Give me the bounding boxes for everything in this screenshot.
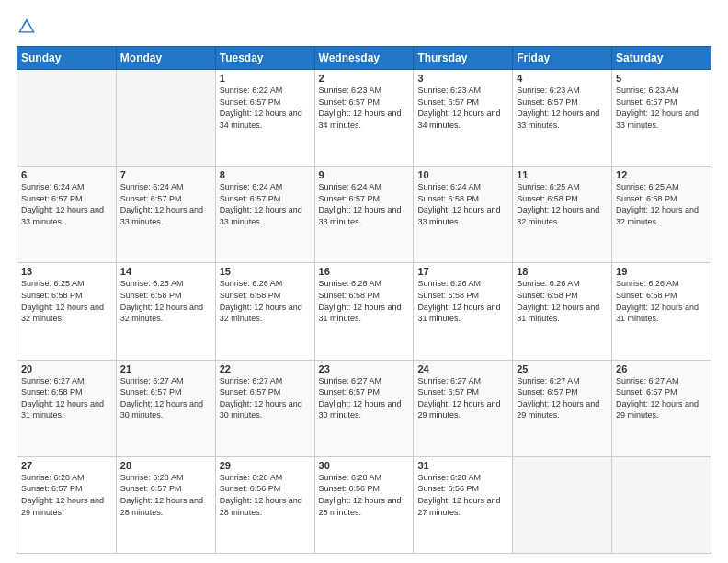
day-number: 26 (616, 363, 707, 374)
day-number: 20 (21, 363, 112, 374)
day-of-week-header: Sunday (17, 47, 117, 70)
calendar-cell: 6 Sunrise: 6:24 AMSunset: 6:57 PMDayligh… (17, 167, 117, 263)
day-detail: Sunrise: 6:27 AMSunset: 6:57 PMDaylight:… (517, 376, 599, 420)
day-detail: Sunrise: 6:25 AMSunset: 6:58 PMDaylight:… (517, 182, 599, 226)
day-number: 4 (517, 73, 608, 84)
calendar-cell (513, 456, 612, 553)
calendar-header-row: SundayMondayTuesdayWednesdayThursdayFrid… (17, 47, 711, 70)
calendar-week-row: 6 Sunrise: 6:24 AMSunset: 6:57 PMDayligh… (17, 167, 711, 263)
day-detail: Sunrise: 6:25 AMSunset: 6:58 PMDaylight:… (616, 182, 699, 226)
calendar-cell: 31 Sunrise: 6:28 AMSunset: 6:56 PMDaylig… (414, 456, 513, 553)
day-of-week-header: Wednesday (314, 47, 414, 70)
calendar-cell: 5 Sunrise: 6:23 AMSunset: 6:57 PMDayligh… (612, 70, 711, 167)
day-detail: Sunrise: 6:27 AMSunset: 6:57 PMDaylight:… (220, 376, 302, 420)
day-detail: Sunrise: 6:27 AMSunset: 6:57 PMDaylight:… (319, 376, 402, 420)
day-number: 24 (417, 363, 508, 374)
day-number: 11 (517, 169, 608, 180)
calendar-cell: 8 Sunrise: 6:24 AMSunset: 6:57 PMDayligh… (215, 167, 314, 263)
calendar-cell: 22 Sunrise: 6:27 AMSunset: 6:57 PMDaylig… (215, 360, 314, 456)
day-detail: Sunrise: 6:24 AMSunset: 6:57 PMDaylight:… (220, 182, 302, 226)
calendar-cell: 26 Sunrise: 6:27 AMSunset: 6:57 PMDaylig… (612, 360, 711, 456)
day-detail: Sunrise: 6:28 AMSunset: 6:56 PMDaylight:… (319, 473, 402, 517)
day-of-week-header: Monday (116, 47, 215, 70)
day-number: 23 (319, 363, 410, 374)
calendar-cell: 18 Sunrise: 6:26 AMSunset: 6:58 PMDaylig… (513, 263, 612, 360)
day-number: 29 (220, 460, 311, 471)
calendar-week-row: 20 Sunrise: 6:27 AMSunset: 6:58 PMDaylig… (17, 360, 711, 456)
day-number: 21 (120, 363, 211, 374)
day-number: 5 (616, 73, 707, 84)
calendar-cell: 30 Sunrise: 6:28 AMSunset: 6:56 PMDaylig… (314, 456, 414, 553)
calendar-cell: 28 Sunrise: 6:28 AMSunset: 6:57 PMDaylig… (116, 456, 215, 553)
day-number: 19 (616, 266, 707, 277)
calendar-cell: 24 Sunrise: 6:27 AMSunset: 6:57 PMDaylig… (414, 360, 513, 456)
calendar-week-row: 13 Sunrise: 6:25 AMSunset: 6:58 PMDaylig… (17, 263, 711, 360)
calendar-week-row: 1 Sunrise: 6:22 AMSunset: 6:57 PMDayligh… (17, 70, 711, 167)
header (17, 17, 711, 37)
day-number: 12 (616, 169, 707, 180)
day-detail: Sunrise: 6:23 AMSunset: 6:57 PMDaylight:… (616, 86, 699, 130)
day-detail: Sunrise: 6:28 AMSunset: 6:56 PMDaylight:… (417, 473, 500, 517)
day-detail: Sunrise: 6:23 AMSunset: 6:57 PMDaylight:… (417, 86, 500, 130)
day-number: 25 (517, 363, 608, 374)
logo-icon (17, 17, 37, 37)
day-number: 14 (120, 266, 211, 277)
day-number: 13 (21, 266, 112, 277)
calendar-cell: 20 Sunrise: 6:27 AMSunset: 6:58 PMDaylig… (17, 360, 117, 456)
calendar-cell (612, 456, 711, 553)
calendar-cell: 3 Sunrise: 6:23 AMSunset: 6:57 PMDayligh… (414, 70, 513, 167)
calendar-cell: 1 Sunrise: 6:22 AMSunset: 6:57 PMDayligh… (215, 70, 314, 167)
calendar-cell: 12 Sunrise: 6:25 AMSunset: 6:58 PMDaylig… (612, 167, 711, 263)
day-number: 28 (120, 460, 211, 471)
day-number: 3 (417, 73, 508, 84)
calendar-cell: 21 Sunrise: 6:27 AMSunset: 6:57 PMDaylig… (116, 360, 215, 456)
calendar-cell: 11 Sunrise: 6:25 AMSunset: 6:58 PMDaylig… (513, 167, 612, 263)
day-detail: Sunrise: 6:23 AMSunset: 6:57 PMDaylight:… (319, 86, 402, 130)
day-of-week-header: Tuesday (215, 47, 314, 70)
calendar-cell: 16 Sunrise: 6:26 AMSunset: 6:58 PMDaylig… (314, 263, 414, 360)
day-detail: Sunrise: 6:26 AMSunset: 6:58 PMDaylight:… (417, 279, 500, 323)
day-number: 22 (220, 363, 311, 374)
page: SundayMondayTuesdayWednesdayThursdayFrid… (0, 0, 728, 563)
day-detail: Sunrise: 6:26 AMSunset: 6:58 PMDaylight:… (517, 279, 599, 323)
day-detail: Sunrise: 6:23 AMSunset: 6:57 PMDaylight:… (517, 86, 599, 130)
day-number: 17 (417, 266, 508, 277)
day-detail: Sunrise: 6:27 AMSunset: 6:58 PMDaylight:… (21, 376, 104, 420)
day-detail: Sunrise: 6:27 AMSunset: 6:57 PMDaylight:… (417, 376, 500, 420)
day-detail: Sunrise: 6:27 AMSunset: 6:57 PMDaylight:… (616, 376, 699, 420)
day-of-week-header: Friday (513, 47, 612, 70)
day-detail: Sunrise: 6:27 AMSunset: 6:57 PMDaylight:… (120, 376, 203, 420)
day-detail: Sunrise: 6:25 AMSunset: 6:58 PMDaylight:… (120, 279, 203, 323)
day-number: 15 (220, 266, 311, 277)
day-detail: Sunrise: 6:24 AMSunset: 6:57 PMDaylight:… (21, 182, 104, 226)
calendar-cell: 10 Sunrise: 6:24 AMSunset: 6:58 PMDaylig… (414, 167, 513, 263)
calendar-cell: 19 Sunrise: 6:26 AMSunset: 6:58 PMDaylig… (612, 263, 711, 360)
day-number: 27 (21, 460, 112, 471)
day-number: 30 (319, 460, 410, 471)
calendar-week-row: 27 Sunrise: 6:28 AMSunset: 6:57 PMDaylig… (17, 456, 711, 553)
day-detail: Sunrise: 6:24 AMSunset: 6:57 PMDaylight:… (120, 182, 203, 226)
day-detail: Sunrise: 6:28 AMSunset: 6:57 PMDaylight:… (120, 473, 203, 517)
calendar-cell: 4 Sunrise: 6:23 AMSunset: 6:57 PMDayligh… (513, 70, 612, 167)
day-number: 8 (220, 169, 311, 180)
calendar-cell: 17 Sunrise: 6:26 AMSunset: 6:58 PMDaylig… (414, 263, 513, 360)
day-detail: Sunrise: 6:26 AMSunset: 6:58 PMDaylight:… (220, 279, 302, 323)
day-number: 2 (319, 73, 410, 84)
day-detail: Sunrise: 6:24 AMSunset: 6:57 PMDaylight:… (319, 182, 402, 226)
calendar-cell: 27 Sunrise: 6:28 AMSunset: 6:57 PMDaylig… (17, 456, 117, 553)
day-number: 7 (120, 169, 211, 180)
day-number: 10 (417, 169, 508, 180)
calendar-cell: 29 Sunrise: 6:28 AMSunset: 6:56 PMDaylig… (215, 456, 314, 553)
day-detail: Sunrise: 6:28 AMSunset: 6:57 PMDaylight:… (21, 473, 104, 517)
day-number: 6 (21, 169, 112, 180)
calendar-cell: 2 Sunrise: 6:23 AMSunset: 6:57 PMDayligh… (314, 70, 414, 167)
logo (17, 17, 40, 37)
calendar-cell: 7 Sunrise: 6:24 AMSunset: 6:57 PMDayligh… (116, 167, 215, 263)
day-detail: Sunrise: 6:24 AMSunset: 6:58 PMDaylight:… (417, 182, 500, 226)
day-number: 16 (319, 266, 410, 277)
day-number: 9 (319, 169, 410, 180)
day-detail: Sunrise: 6:22 AMSunset: 6:57 PMDaylight:… (220, 86, 302, 130)
day-detail: Sunrise: 6:28 AMSunset: 6:56 PMDaylight:… (220, 473, 302, 517)
day-detail: Sunrise: 6:26 AMSunset: 6:58 PMDaylight:… (319, 279, 402, 323)
calendar-cell: 9 Sunrise: 6:24 AMSunset: 6:57 PMDayligh… (314, 167, 414, 263)
